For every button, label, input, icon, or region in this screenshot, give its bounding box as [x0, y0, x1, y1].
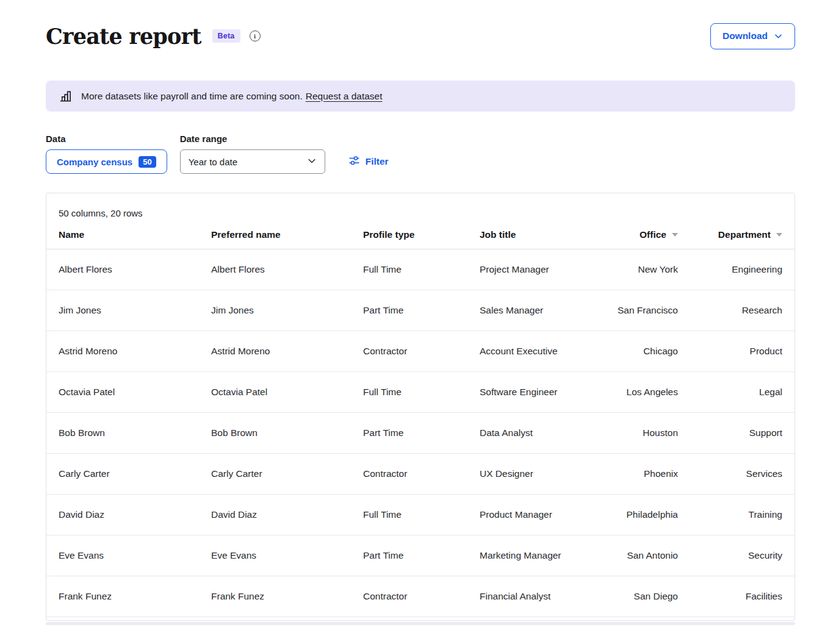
table-cell: Jim Jones: [59, 305, 211, 316]
table-cell: Los Angeles: [586, 387, 678, 398]
table-cell: Eve Evans: [59, 550, 211, 561]
table-cell: Data Analyst: [480, 428, 586, 438]
table-cell: Contractor: [363, 591, 480, 602]
table-cell: Astrid Moreno: [211, 346, 363, 357]
table-cell: Part Time: [363, 428, 480, 438]
dataset-button[interactable]: Company census 50: [46, 149, 167, 174]
table-cell: Product: [678, 346, 782, 357]
sort-caret-icon[interactable]: [672, 233, 678, 237]
date-range-select[interactable]: Year to date: [180, 149, 325, 174]
data-control-group: Data Company census 50: [46, 134, 167, 174]
table-cell: Chicago: [586, 346, 678, 357]
table-cell: Security: [678, 550, 782, 561]
table-cell: Services: [678, 468, 782, 479]
table-summary: 50 columns, 20 rows: [46, 193, 795, 220]
column-header-office[interactable]: Office: [586, 229, 678, 240]
column-header-preferred-name: Preferred name: [211, 229, 363, 240]
table-cell: Legal: [678, 387, 782, 398]
horizontal-scrollbar[interactable]: [46, 622, 795, 625]
table-cell: Albert Flores: [211, 264, 363, 275]
table-cell: San Diego: [586, 591, 678, 602]
table-cell: Financial Analyst: [480, 591, 586, 602]
table-cell: Contractor: [363, 346, 480, 357]
column-header-profile-type: Profile type: [363, 229, 480, 240]
sort-caret-icon[interactable]: [776, 233, 782, 237]
request-dataset-link[interactable]: Request a dataset: [306, 91, 383, 102]
table-cell: Frank Funez: [211, 591, 363, 602]
table-cell: Full Time: [363, 387, 480, 398]
table-row[interactable]: Eve EvansEve EvansPart TimeMarketing Man…: [46, 535, 795, 576]
table-row[interactable]: Albert FloresAlbert FloresFull TimeProje…: [46, 249, 795, 290]
table-cell: Bob Brown: [211, 428, 363, 438]
table-cell: Marketing Manager: [480, 550, 586, 561]
table-cell: San Antonio: [586, 550, 678, 561]
table-cell: Facilities: [678, 591, 782, 602]
table-cell: Research: [678, 305, 782, 316]
date-range-label: Date range: [180, 134, 325, 144]
table-cell: Houston: [586, 428, 678, 438]
table-cell: Support: [678, 428, 782, 438]
data-label: Data: [46, 134, 167, 144]
table-cell: Carly Carter: [211, 468, 363, 479]
dataset-button-label: Company census: [57, 157, 132, 167]
table-row[interactable]: David DiazDavid DiazFull TimeProduct Man…: [46, 495, 795, 535]
page-header: Create report Beta i Download: [46, 23, 795, 49]
table-cell: Philadelphia: [586, 509, 678, 520]
bar-chart-icon: [59, 89, 73, 103]
table-body: Albert FloresAlbert FloresFull TimeProje…: [46, 249, 795, 617]
table-cell: Octavia Patel: [59, 387, 211, 398]
info-icon[interactable]: i: [250, 30, 261, 41]
date-range-control-group: Date range Year to date: [180, 134, 325, 174]
table-row[interactable]: Octavia PatelOctavia PatelFull TimeSoftw…: [46, 372, 795, 413]
table-cell: Jim Jones: [211, 305, 363, 316]
table-cell: UX Designer: [480, 468, 586, 479]
table-row[interactable]: Bob BrownBob BrownPart TimeData AnalystH…: [46, 413, 795, 454]
table-cell: Carly Carter: [59, 468, 211, 479]
table-row[interactable]: Carly CarterCarly CarterContractorUX Des…: [46, 454, 795, 495]
table-cell: Eve Evans: [211, 550, 363, 561]
column-header-label: Department: [718, 229, 771, 240]
beta-badge: Beta: [212, 29, 240, 43]
table-row[interactable]: Jim JonesJim JonesPart TimeSales Manager…: [46, 290, 795, 331]
table-cell: Octavia Patel: [211, 387, 363, 398]
table-header-row: NamePreferred nameProfile typeJob titleO…: [46, 220, 795, 249]
column-header-label: Preferred name: [211, 229, 281, 240]
table-cell: Training: [678, 509, 782, 520]
table-cell: Bob Brown: [59, 428, 211, 438]
table-cell: David Diaz: [211, 509, 363, 520]
table-cell: Account Executive: [480, 346, 586, 357]
column-header-label: Job title: [480, 229, 516, 240]
table-cell: Contractor: [363, 468, 480, 479]
table-cell: Full Time: [363, 509, 480, 520]
column-header-job-title: Job title: [480, 229, 586, 240]
table-cell: New York: [586, 264, 678, 275]
table-cell: David Diaz: [59, 509, 211, 520]
dataset-count-badge: 50: [139, 156, 156, 168]
sliders-icon: [348, 155, 360, 169]
table-cell: Frank Funez: [59, 591, 211, 602]
chevron-down-icon: [774, 32, 783, 41]
download-button[interactable]: Download: [710, 23, 795, 49]
column-header-label: Name: [59, 229, 84, 240]
report-table-card: 50 columns, 20 rows NamePreferred namePr…: [46, 193, 795, 621]
page-title: Create report: [46, 26, 201, 47]
table-row[interactable]: Frank FunezFrank FunezContractorFinancia…: [46, 576, 795, 617]
table-cell: San Francisco: [586, 305, 678, 316]
table-cell: Sales Manager: [480, 305, 586, 316]
chevron-down-icon: [307, 156, 317, 168]
table-cell: Astrid Moreno: [59, 346, 211, 357]
table-row[interactable]: Astrid MorenoAstrid MorenoContractorAcco…: [46, 331, 795, 372]
column-header-label: Office: [640, 229, 666, 240]
column-header-name: Name: [59, 229, 211, 240]
column-header-department[interactable]: Department: [678, 229, 782, 240]
table-cell: Phoenix: [586, 468, 678, 479]
date-range-value: Year to date: [189, 157, 237, 167]
table-cell: Full Time: [363, 264, 480, 275]
table-cell: Project Manager: [480, 264, 586, 275]
table-cell: Product Manager: [480, 509, 586, 520]
filter-button[interactable]: Filter: [348, 149, 389, 174]
table-cell: Engineering: [678, 264, 782, 275]
table-cell: Part Time: [363, 550, 480, 561]
banner-text: More datasets like payroll and time are …: [81, 91, 303, 102]
controls-row: Data Company census 50 Date range Year t…: [46, 134, 795, 174]
